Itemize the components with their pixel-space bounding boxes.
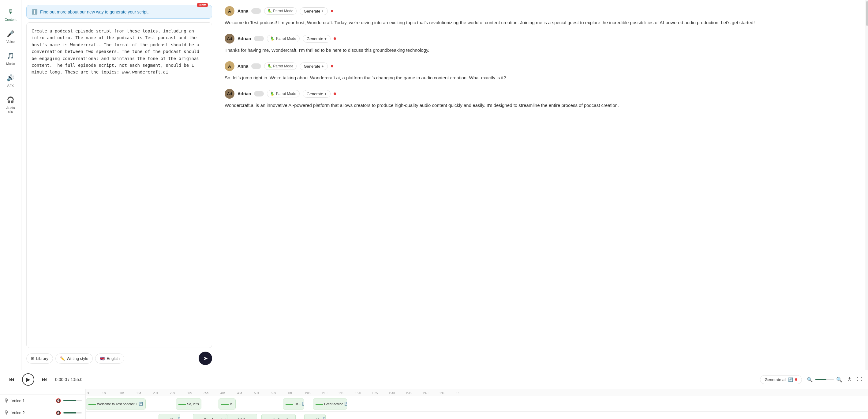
expand-button[interactable]: ⛶ (857, 377, 862, 382)
clip-label: Welcome to Test podcast! I (97, 402, 137, 406)
clip-voice1-4[interactable]: ▬▬Great advice🔄 (313, 398, 347, 410)
speaker-row-2: AAnna🦜 Parrot ModeGenerate + (225, 61, 858, 71)
sidebar-item-music[interactable]: 🎵 Music (2, 48, 20, 69)
ruler-mark: 20s (153, 391, 170, 395)
toggle-1[interactable] (254, 36, 264, 41)
clip-label: I believe it's g... (273, 417, 296, 419)
clip-voice1-0[interactable]: ▬▬Welcome to Test podcast! I🔄 (86, 398, 146, 410)
ruler-mark: 1:5 (456, 391, 473, 395)
generate-button-3[interactable]: Generate + (303, 90, 331, 98)
ruler-mark: 1:45 (439, 391, 456, 395)
clip-voice1-2[interactable]: ▬▬It...🔄 (219, 398, 236, 410)
ruler-mark: 35s (204, 391, 220, 395)
banner[interactable]: ℹ️ Find out more about our new way to ge… (26, 5, 212, 19)
sidebar-item-sfx[interactable]: 🔊 SFX (2, 70, 20, 91)
track-label-voice2: 🎙 Voice 2 🔇 (0, 407, 85, 419)
speaker-name-0: Anna (238, 8, 248, 13)
mute-button-voice2[interactable]: 🔇 (56, 411, 61, 415)
right-panel: AAnna🦜 Parrot ModeGenerate +Welcome to T… (217, 0, 866, 370)
script-toolbar: ⊞ Library ✏️ Writing style 🇬🇧 English ➤ (26, 352, 212, 365)
clip-refresh-icon[interactable]: 🔄 (138, 402, 143, 406)
right-scrollbar[interactable] (866, 0, 868, 370)
generate-button-1[interactable]: Generate + (303, 35, 331, 42)
skip-back-button[interactable]: ⏮ (6, 374, 17, 385)
ruler-mark: 25s (170, 391, 187, 395)
toggle-0[interactable] (251, 8, 261, 14)
sfx-icon: 🔊 (6, 73, 16, 83)
generate-all-button[interactable]: Generate all 🔄 (760, 375, 802, 384)
clip-wave-icon: ▬▬ (230, 417, 237, 419)
timeline-container: 🎙 Voice 1 🔇 🎙 Voice 2 🔇 0s5s10s15s20s25s… (0, 389, 868, 419)
language-button[interactable]: 🇬🇧 English (95, 354, 124, 364)
new-badge: New (197, 3, 208, 7)
timeline-ruler: 0s5s10s15s20s25s30s35s40s45s50s55s1m1:05… (86, 389, 868, 396)
zoom-bar[interactable] (815, 379, 834, 380)
toggle-3[interactable] (254, 91, 264, 96)
parrot-mode-button-3[interactable]: 🦜 Parrot Mode (267, 90, 299, 97)
avatar-anna: A (225, 6, 235, 16)
zoom-out-icon[interactable]: 🔍 (807, 377, 813, 383)
red-dot-0 (331, 10, 333, 12)
zoom-in-icon[interactable]: 🔍 (836, 377, 842, 383)
generate-button-0[interactable]: Generate + (300, 7, 328, 15)
generate-all-label: Generate all (765, 377, 786, 382)
clip-label: Wondercraft.ai... (204, 417, 227, 419)
red-dot-3 (334, 92, 336, 95)
toggle-2[interactable] (251, 63, 261, 69)
clip-refresh-icon[interactable]: 🔄 (323, 417, 326, 419)
sidebar-item-music-label: Music (6, 62, 15, 65)
clip-voice1-3[interactable]: ▬▬Th...🔄 (283, 398, 304, 410)
generate-button-2[interactable]: Generate + (300, 62, 328, 70)
tracks-area: ▬▬Welcome to Test podcast! I🔄▬▬So, let's… (86, 396, 868, 419)
play-button[interactable]: ▶ (22, 373, 34, 386)
sidebar-item-audioclip[interactable]: 🎧 Audio clip (2, 92, 20, 116)
zoom-controls: 🔍 🔍 (807, 377, 842, 383)
clip-voice2-3[interactable]: ▬▬I believe it's g...🔄 (261, 414, 296, 419)
speaker-row-0: AAnna🦜 Parrot ModeGenerate + (225, 6, 858, 16)
clip-voice2-2[interactable]: ▬▬Well, users...🔄 (227, 414, 257, 419)
volume-slider-voice1[interactable] (63, 400, 82, 401)
ruler-mark: 45s (237, 391, 254, 395)
sidebar-item-content[interactable]: 🎙 Content (2, 4, 20, 25)
mute-button-voice1[interactable]: 🔇 (56, 398, 61, 403)
ruler-mark: 40s (220, 391, 237, 395)
time-current: 0:00.0 (55, 377, 67, 382)
script-textarea[interactable]: Create a podcast episode script from the… (26, 22, 212, 348)
send-button[interactable]: ➤ (199, 352, 212, 365)
clip-refresh-icon[interactable]: 🔄 (302, 402, 304, 406)
avatar-anna: A (225, 61, 235, 71)
parrot-mode-button-2[interactable]: 🦜 Parrot Mode (264, 62, 297, 70)
sidebar: 🎙 Content 🎤 Voice 🎵 Music 🔊 SFX 🎧 Audio … (0, 0, 22, 370)
clip-label: Th... (294, 402, 301, 406)
volume-slider-voice2[interactable] (63, 412, 82, 414)
writing-style-button[interactable]: ✏️ Writing style (55, 354, 93, 364)
ruler-mark: 30s (187, 391, 204, 395)
ruler-mark: 1:15 (338, 391, 355, 395)
clip-voice2-4[interactable]: ▬▬I'd...🔄 (304, 414, 326, 419)
clip-voice2-0[interactable]: ▬▬Th...🔄 (159, 414, 180, 419)
track-name-voice1: Voice 1 (12, 398, 25, 403)
clip-wave-icon: ▬▬ (161, 417, 168, 419)
clip-label: Th... (170, 417, 177, 419)
speaker-row-1: AdAdrian🦜 Parrot ModeGenerate + (225, 34, 858, 43)
bottom-section: ⏮ ▶ ⏭ 0:00.0 / 1:55.0 Generate all 🔄 🔍 🔍… (0, 370, 868, 419)
time-total: 1:55.0 (71, 377, 83, 382)
parrot-mode-button-1[interactable]: 🦜 Parrot Mode (267, 35, 299, 42)
writing-style-label: Writing style (67, 356, 89, 361)
red-dot-2 (331, 65, 333, 67)
avatar-adrian: Ad (225, 89, 235, 99)
clip-wave-icon: ▬▬ (221, 402, 229, 406)
ruler-mark: 55s (271, 391, 288, 395)
parrot-mode-button-0[interactable]: 🦜 Parrot Mode (264, 7, 297, 15)
clock-button[interactable]: ⏱ (847, 377, 852, 382)
clip-refresh-icon[interactable]: 🔄 (178, 417, 180, 419)
speaker-row-3: AdAdrian🦜 Parrot ModeGenerate + (225, 89, 858, 99)
track-name-voice2: Voice 2 (12, 411, 25, 415)
skip-forward-button[interactable]: ⏭ (39, 374, 50, 385)
library-button[interactable]: ⊞ Library (26, 354, 53, 364)
ruler-mark: 1:25 (372, 391, 389, 395)
sidebar-item-voice[interactable]: 🎤 Voice (2, 26, 20, 47)
clip-refresh-icon[interactable]: 🔄 (344, 402, 347, 406)
clip-voice2-1[interactable]: ▬▬Wondercraft.ai...🔄 (193, 414, 227, 419)
clip-voice1-1[interactable]: ▬▬So, let's...🔄 (176, 398, 202, 410)
